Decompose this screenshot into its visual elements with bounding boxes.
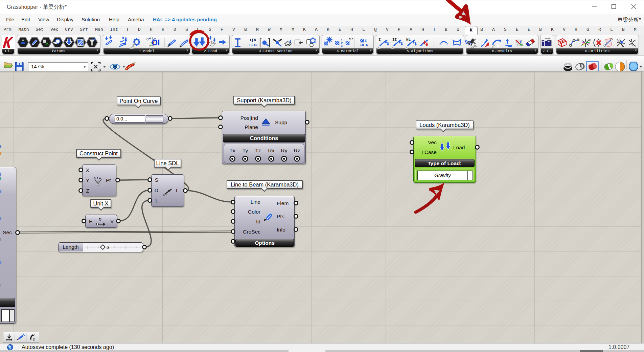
svg-text:3: 3 <box>341 44 343 47</box>
svg-text:0: 0 <box>9 345 11 349</box>
svg-text:I: I <box>378 38 381 42</box>
svg-text:ÓI: ÓI <box>152 38 160 47</box>
svg-text:A: A <box>22 39 24 42</box>
svg-text:NL: NL <box>406 38 411 42</box>
svg-text:II: II <box>392 38 397 42</box>
svg-text:ID G: ID G <box>360 43 368 47</box>
svg-text:□.ID: □.ID <box>249 43 257 47</box>
svg-text:I[h: I[h <box>249 38 256 42</box>
svg-text:ID: ID <box>46 43 49 46</box>
svg-text:E: E <box>365 39 367 43</box>
